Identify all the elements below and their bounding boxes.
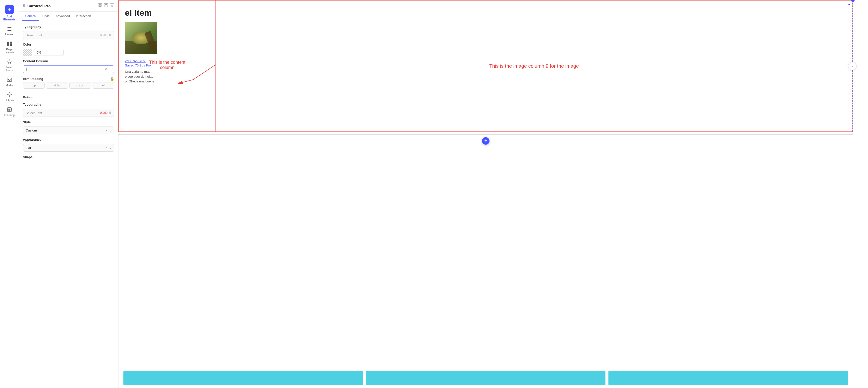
button-typography-section: Typography Select Font 00/00 ⇅ <box>23 102 114 117</box>
media-icon <box>6 77 12 83</box>
opacity-input[interactable] <box>34 49 64 56</box>
font-size-area: 00/00 ⇅ <box>100 33 112 37</box>
product-link-1[interactable]: ver+ 765 CFM <box>125 59 210 63</box>
sidebar-label-page-layouts: Page Layouts <box>3 48 16 54</box>
drag-handle[interactable]: ⠿ <box>23 4 25 8</box>
svg-rect-16 <box>105 4 107 7</box>
item-padding-section: Item Padding 🔒 top right bottom left <box>23 77 114 89</box>
button-section: Button <box>23 95 114 99</box>
style-section: Style Custom × ⌄ <box>23 120 114 134</box>
sidebar-item-media[interactable]: Media <box>2 75 17 89</box>
padding-top-input[interactable]: top <box>23 82 44 89</box>
padding-bottom-input[interactable]: bottom <box>69 82 91 89</box>
sidebar-item-page-layouts[interactable]: Page Layouts <box>2 39 17 56</box>
svg-rect-2 <box>7 30 11 31</box>
layers-icon <box>6 26 12 32</box>
style-select[interactable]: Custom × ⌄ <box>23 126 114 134</box>
sidebar-item-saved-items[interactable]: Saved Items <box>2 57 17 74</box>
window-restore-button[interactable] <box>98 3 102 8</box>
sidebar-item-layers[interactable]: Layers <box>2 24 17 38</box>
panel-content: Typography Select Font 00/00 ⇅ Color Con… <box>19 21 118 388</box>
appearance-section: Appearance Flat × ⌄ <box>23 138 114 152</box>
product-link-2[interactable]: Saved 70 Buy From <box>125 63 210 67</box>
content-column-value: 3 <box>26 67 27 71</box>
image-column: This is the image column 9 for the image… <box>216 0 852 131</box>
carousel-wrapper: ··· el Item ver+ 765 CFM Saved 70 Buy Fr… <box>119 0 853 132</box>
sidebar-label-options: Options <box>5 99 14 101</box>
button-font-size-area: 00/00 ⇅ <box>100 111 112 115</box>
font-select-row[interactable]: Select Font 00/00 ⇅ <box>23 31 114 39</box>
padding-row: top right bottom left <box>23 82 114 89</box>
svg-point-8 <box>8 79 9 80</box>
style-clear-icon[interactable]: × <box>106 129 107 132</box>
teal-strip-2 <box>366 371 606 385</box>
shape-label: Shape <box>23 155 114 159</box>
svg-rect-4 <box>10 41 12 43</box>
tab-general[interactable]: General <box>22 12 39 21</box>
content-column-label: Content Column <box>23 59 114 63</box>
content-column: el Item ver+ 765 CFM Saved 70 Buy From U… <box>119 0 216 131</box>
svg-rect-14 <box>99 5 101 7</box>
sidebar-label-layers: Layers <box>5 33 13 36</box>
window-close-button[interactable]: ✕ <box>110 3 114 8</box>
appearance-label: Appearance <box>23 138 114 142</box>
clear-icon[interactable]: ✕ <box>104 67 107 71</box>
appearance-select[interactable]: Flat × ⌄ <box>23 144 114 152</box>
window-minimize-button[interactable] <box>104 3 108 8</box>
sidebar-label-saved-items: Saved Items <box>3 66 16 72</box>
tab-style[interactable]: Style <box>39 12 53 21</box>
padding-left-input[interactable]: left <box>93 82 114 89</box>
style-controls: × ⌄ <box>106 129 112 132</box>
svg-rect-15 <box>99 4 101 6</box>
carousel-item-title: el Item <box>125 8 210 18</box>
button-font-resize-icon: ⇅ <box>108 111 112 115</box>
panel-tabs: General Style Advanced Interaction <box>19 12 118 21</box>
more-options-button[interactable]: ··· <box>846 2 850 7</box>
carousel-next-arrow[interactable]: › <box>848 62 857 70</box>
sidebar-label-add-elements: Add Elements <box>3 15 16 21</box>
sidebar-item-add-elements[interactable]: + Add Elements <box>2 3 17 23</box>
button-font-select-row[interactable]: Select Font 00/00 ⇅ <box>23 109 114 117</box>
divider-1 <box>23 92 114 92</box>
appearance-controls: × ⌄ <box>106 146 112 150</box>
panel-title: Carousel Pro <box>27 4 51 8</box>
button-typography-label: Typography <box>23 102 114 106</box>
add-icon: + <box>5 5 14 14</box>
color-row <box>23 49 114 56</box>
appearance-clear-icon[interactable]: × <box>106 146 107 150</box>
learning-icon <box>6 107 12 113</box>
typography-label: Typography <box>23 25 114 29</box>
button-font-placeholder: Select Font <box>26 111 42 115</box>
button-label: Button <box>23 95 114 99</box>
appearance-chevron-icon[interactable]: ⌄ <box>109 146 112 150</box>
add-section-bar: + <box>119 135 853 147</box>
content-column-input[interactable]: 3 ✕ ⌄ <box>23 65 114 73</box>
left-sidebar: + Add Elements Layers Page Layouts <box>0 0 19 388</box>
style-chevron-icon[interactable]: ⌄ <box>109 129 112 132</box>
lock-icon[interactable]: 🔒 <box>110 77 114 81</box>
chevron-down-icon[interactable]: ⌄ <box>109 67 112 71</box>
panel-title-area: ⠿ Carousel Pro <box>23 4 51 8</box>
svg-marker-6 <box>7 60 11 63</box>
color-swatch[interactable] <box>23 49 32 56</box>
product-desc-area: Una variante más o soplador de hojas o. … <box>125 69 210 84</box>
svg-rect-0 <box>7 27 11 28</box>
teal-strips-area <box>119 368 853 388</box>
sidebar-item-learning[interactable]: Learning <box>2 105 17 119</box>
blue-corner-dot <box>851 0 855 2</box>
typography-section: Typography Select Font 00/00 ⇅ <box>23 25 114 39</box>
button-font-size: 00/00 <box>100 111 107 115</box>
content-column-section: Content Column 3 ✕ ⌄ <box>23 59 114 73</box>
font-resize-icon: ⇅ <box>108 33 112 37</box>
tab-interaction[interactable]: Interaction <box>73 12 94 21</box>
color-section: Color <box>23 42 114 56</box>
product-desc: Una variante más o soplador de hojas o. … <box>125 69 210 84</box>
saved-items-icon <box>6 59 12 65</box>
sidebar-item-options[interactable]: Options <box>2 90 17 103</box>
add-section-button[interactable]: + <box>482 137 490 145</box>
style-label: Style <box>23 120 114 124</box>
svg-rect-5 <box>10 44 12 46</box>
padding-right-input[interactable]: right <box>46 82 68 89</box>
tab-advanced[interactable]: Advanced <box>53 12 73 21</box>
sidebar-label-media: Media <box>6 84 13 87</box>
